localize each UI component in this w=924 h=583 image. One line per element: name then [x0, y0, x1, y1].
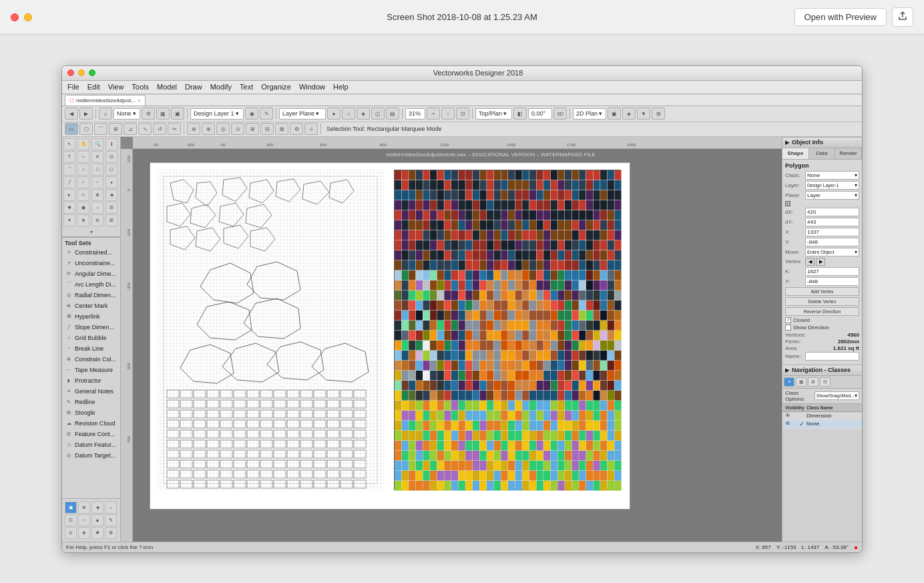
render-mode-selector[interactable]: 2D Plan▾ [573, 108, 606, 120]
tool-resize[interactable]: ⤡ [138, 123, 152, 135]
nav-btn-grid[interactable]: ▦ [796, 377, 806, 387]
view-selector[interactable]: Top/Plan▾ [475, 108, 512, 120]
toolset-hyperlink[interactable]: ⌘ Hyperlink [62, 311, 120, 322]
angle-display[interactable]: 0.00° [528, 108, 552, 120]
toolset-tape[interactable]: ← Tape Measure [62, 365, 120, 375]
toolbar-3d[interactable]: 3D [553, 108, 567, 120]
tool-arc[interactable]: ⌒ [63, 164, 75, 176]
vw-canvas[interactable]: -50 -300 -50 200 500 800 1100 1400 1700 … [121, 137, 782, 542]
toolset-datum-target[interactable]: ◎ Datum Target... [62, 450, 120, 461]
toolbar-layer-vis[interactable]: ◉ [245, 108, 258, 120]
toolset-constrain-col[interactable]: ⊗ Constrain Col... [62, 354, 120, 365]
tool-snap3[interactable]: ◎ [216, 123, 230, 135]
tool-select-all[interactable]: ⊞ [109, 123, 122, 135]
name-value[interactable] [805, 352, 859, 361]
menu-help[interactable]: Help [333, 83, 349, 91]
tool-eyedrop[interactable]: ✕ [91, 151, 103, 163]
tool-misc7[interactable]: ◉ [77, 202, 89, 214]
doc-tab-item[interactable]: ⬡ midtermIdeaSizeAdjust... × [65, 95, 146, 106]
tool-snap7[interactable]: ⊠ [275, 123, 288, 135]
menu-file[interactable]: File [67, 83, 79, 91]
tool-poly-tool[interactable]: ⬡ [105, 164, 118, 176]
btool-8[interactable]: ✎ [105, 514, 117, 526]
toolset-angular[interactable]: ⟳ Angular Dime... [62, 268, 120, 279]
toolset-center-mark[interactable]: ⊕ Center Mark [62, 301, 120, 311]
tool-circle[interactable]: ○ [77, 164, 89, 176]
vertex-next[interactable]: ▶ [816, 258, 825, 266]
tool-snap-opts[interactable]: ⚙ [290, 123, 303, 135]
tool-select-lasso[interactable]: ⌒ [94, 123, 107, 135]
tool-spline[interactable]: ~ [91, 176, 103, 188]
toolbar-render-btn4[interactable]: ⊞ [652, 108, 665, 120]
delete-vertex-btn[interactable]: Delete Vertex [785, 297, 859, 306]
toolbar-btn-c[interactable]: ◈ [357, 108, 370, 120]
toolbar-view-btn2[interactable]: ▣ [171, 108, 184, 120]
canvas-area[interactable]: midtermIdeaSizeAdjustments.vwx – EDUCATI… [133, 149, 782, 542]
tool-snap-cursor[interactable]: ⊹ [304, 123, 318, 135]
toolbar-render-btn2[interactable]: ◈ [622, 108, 636, 120]
tool-snap5[interactable]: ⊞ [246, 123, 259, 135]
tab-data[interactable]: Data [809, 148, 836, 159]
toolbar-home[interactable]: ⌂ [99, 108, 112, 120]
minimize-button[interactable] [24, 13, 32, 21]
move-dropdown[interactable]: Entire Object ▾ [805, 248, 859, 256]
tool-hand[interactable]: ✋ [77, 138, 89, 150]
menu-organize[interactable]: Organize [261, 83, 291, 91]
toolbar-btn-e[interactable]: ▤ [386, 108, 399, 120]
dy-value[interactable]: 443 [805, 218, 859, 226]
menu-text[interactable]: Text [240, 83, 253, 91]
btool-11[interactable]: ❖ [91, 527, 103, 539]
btool-7[interactable]: ▲ [91, 514, 103, 526]
tool-pointer[interactable]: ↖ [63, 138, 75, 150]
tool-misc11[interactable]: ⊕ [77, 214, 89, 226]
toolbar-nav-forward[interactable]: ▶ [79, 108, 93, 120]
tool-snap1[interactable]: ⊕ [187, 123, 200, 135]
tool-dims[interactable]: ↔ [77, 151, 89, 163]
dx-value[interactable]: 420 [805, 208, 859, 216]
tool-snap4[interactable]: ⊙ [231, 123, 244, 135]
nav-cell-check-2[interactable]: ✓ [797, 421, 806, 427]
tool-misc13[interactable]: ⊞ [105, 214, 118, 226]
tool-rotate[interactable]: ↺ [153, 123, 166, 135]
tool-misc4[interactable]: ⊗ [91, 189, 103, 201]
tool-misc10[interactable]: ✦ [63, 214, 75, 226]
nav-options-dropdown[interactable]: Show/Snap/Mod... ▾ [815, 391, 859, 400]
btool-9[interactable]: ⊙ [65, 527, 77, 539]
tool-misc9[interactable]: ☰ [105, 202, 118, 214]
tool-snap6[interactable]: ⊟ [260, 123, 274, 135]
tool-clip[interactable]: ✂ [168, 123, 181, 135]
btool-12[interactable]: ⚙ [105, 527, 117, 539]
menu-edit[interactable]: Edit [87, 83, 100, 91]
toolbar-fit[interactable]: ⊡ [456, 108, 469, 120]
class-dropdown[interactable]: None ▾ [805, 171, 859, 180]
tool-snap2[interactable]: ⊗ [202, 123, 215, 135]
btool-5[interactable]: ⊡ [65, 514, 77, 526]
tab-shape[interactable]: Shape [782, 148, 809, 159]
tool-line[interactable]: ╱ [63, 176, 75, 188]
toolset-feature-cont[interactable]: ⊟ Feature Cont... [62, 429, 120, 439]
btool-10[interactable]: ⊗ [78, 527, 90, 539]
collapse-icon[interactable]: ▶ [785, 140, 789, 146]
tool-polyline[interactable]: ⌐ [77, 176, 89, 188]
menu-draw[interactable]: Draw [185, 83, 202, 91]
nav-btn-list[interactable]: ≡ [784, 377, 794, 387]
x-value[interactable]: 1337 [805, 228, 859, 236]
toolset-unconstrained[interactable]: ↗ Unconstraine... [62, 258, 120, 268]
design-layer-selector[interactable]: Design Layer 1▾ [190, 108, 244, 120]
toolbar-layer-edit[interactable]: ✎ [260, 108, 273, 120]
menu-model[interactable]: Model [157, 83, 177, 91]
tool-info[interactable]: ℹ [105, 138, 118, 150]
menu-tools[interactable]: Tools [132, 83, 149, 91]
btool-2[interactable]: ⊕ [78, 502, 90, 514]
tab-render[interactable]: Render [835, 148, 862, 159]
btool-4[interactable]: ⬦ [105, 502, 117, 514]
toolbar-btn-d[interactable]: ◫ [371, 108, 385, 120]
toolbar-layer-opts[interactable]: ⚙ [142, 108, 155, 120]
toolset-redline[interactable]: ✎ Redline [62, 397, 120, 407]
tool-select-rect[interactable]: ▭ [65, 123, 78, 135]
toolset-grid-bubble[interactable]: ○ Grid Bubble [62, 333, 120, 343]
tool-misc12[interactable]: ⊖ [91, 214, 103, 226]
btool-3[interactable]: ◈ [91, 502, 103, 514]
vw-maximize-button[interactable] [89, 69, 95, 76]
toolbar-render-btn3[interactable]: ▼ [637, 108, 650, 120]
